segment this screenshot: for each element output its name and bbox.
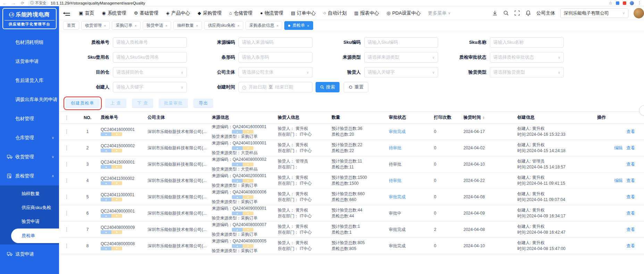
toolbar-button-下查[interactable]: 下 查 (132, 99, 153, 108)
download-icon[interactable] (492, 10, 498, 16)
topnav-item[interactable]: ● 物流管理 (256, 10, 287, 16)
filter-field-input[interactable]: 请选择目的仓 ∨ (113, 67, 187, 77)
filter-field-input[interactable]: 请输入质检单号 (113, 37, 187, 48)
bell-icon[interactable] (525, 10, 531, 16)
filter-field-input[interactable]: 请输入SkuSku曾用名 (113, 52, 187, 63)
sidebar-subitem-质检单[interactable]: 质检单 (11, 229, 59, 243)
reset-button[interactable]: 重置 (344, 82, 368, 92)
extension-icon[interactable] (623, 1, 626, 5)
end-date-placeholder[interactable]: 结束日期 (275, 84, 293, 90)
sidebar-subitem-抽样数量[interactable]: 抽样数量 (0, 187, 59, 201)
sidebar-item-仓库管理[interactable]: 仓库管理 ∨ (0, 128, 59, 147)
row-checkbox[interactable] (66, 194, 67, 199)
toolbar-button-导出[interactable]: 导出 (193, 99, 213, 108)
start-date-placeholder[interactable]: 开始日期 (249, 84, 267, 90)
browser-menu-icon[interactable]: ⋮ (637, 1, 641, 5)
topnav-item[interactable]: ▤ 订单中心 (287, 10, 319, 16)
sidebar-item-包材管理[interactable]: 包材管理 (0, 109, 59, 128)
tab-采购订单[interactable]: 采购订单 × (112, 21, 140, 30)
filter-field-input[interactable]: 请选择来源类型 ∨ (364, 52, 438, 63)
user-avatar[interactable] (634, 8, 644, 18)
sort-icon[interactable]: ▲▼ (482, 116, 485, 119)
filter-field-input[interactable]: 请输入关键字 ∨ (113, 82, 187, 92)
browser-back-icon[interactable]: ← (3, 1, 7, 6)
filter-field-input[interactable]: 请输入来源编码 (239, 37, 312, 48)
topnav-item[interactable]: ⌂ 仓储管理 (225, 10, 256, 16)
filter-field-input[interactable]: 请输入Sku名称 (490, 37, 564, 48)
close-icon[interactable]: × (196, 24, 198, 28)
row-action-查看[interactable]: 查看 (626, 194, 635, 200)
row-checkbox[interactable] (66, 146, 67, 150)
row-action-编辑[interactable]: 编辑 (614, 178, 623, 184)
sidebar-item-收货管理[interactable]: 收货管理 ∨ (0, 147, 59, 166)
tab-供应商sku免检[interactable]: 供应商sku免检 × (204, 21, 243, 30)
close-icon[interactable]: × (165, 24, 167, 28)
toolbar-button-上查[interactable]: 上 查 (105, 99, 126, 108)
topnav-item[interactable]: ⚙ 基础管理 (130, 10, 162, 16)
sidebar-subitem-验货申请[interactable]: 验货申请 (0, 215, 59, 229)
browser-forward-icon[interactable]: → (12, 1, 16, 6)
topnav-item[interactable]: ◎ PDA设置中心 (383, 10, 424, 16)
select-all-checkbox[interactable] (66, 115, 67, 120)
tab-首页[interactable]: 首页 (63, 21, 79, 30)
close-icon[interactable]: × (276, 24, 278, 28)
close-icon[interactable]: × (307, 24, 309, 28)
row-action-查看[interactable]: 查看 (626, 210, 635, 216)
close-icon[interactable]: × (104, 24, 106, 28)
url-text[interactable]: 10.1.11.29/#/storage/qualityManagement/w… (51, 1, 145, 5)
row-checkbox[interactable] (66, 227, 67, 232)
tab-收货管理[interactable]: 收货管理 × (81, 21, 110, 30)
filter-field-input[interactable]: 请选择公司主体 ∨ (239, 67, 312, 77)
tab-质检单[interactable]: 质检单 × (284, 21, 313, 30)
filter-field-input[interactable]: 请输入Sku编码 (364, 37, 438, 48)
tab-验货申请[interactable]: 验货申请 × (143, 21, 171, 30)
more-menu-button[interactable]: 更多菜单∨ (425, 10, 454, 16)
row-action-编辑[interactable]: 编辑 (614, 145, 623, 151)
row-checkbox[interactable] (66, 243, 67, 248)
approval-status[interactable]: 待审批 (389, 146, 401, 150)
close-icon[interactable]: × (237, 24, 239, 28)
filter-field-input[interactable]: 请选择验货类型 ∨ (490, 67, 564, 77)
date-range-input[interactable]: 开始日期 至 结束日期 (239, 82, 312, 92)
extension-icon[interactable] (616, 1, 619, 5)
browser-reload-icon[interactable]: ⟳ (21, 1, 24, 6)
search-icon[interactable] (503, 10, 509, 16)
browser-profile-avatar[interactable] (630, 1, 634, 5)
sidebar-item-包材消耗明细[interactable]: 包材消耗明细 (0, 33, 59, 52)
row-action-查看[interactable]: 查看 (626, 227, 635, 233)
row-checkbox[interactable] (66, 129, 67, 134)
topnav-item[interactable]: ◈ 产品中心 (162, 10, 194, 16)
topnav-item[interactable]: ▥ 报表中心 (350, 10, 383, 16)
toolbar-button-创建质检单[interactable]: 创建质检单 (66, 99, 100, 108)
fullscreen-icon[interactable] (514, 10, 520, 16)
row-action-查看[interactable]: 查看 (626, 129, 635, 135)
row-checkbox[interactable] (66, 178, 67, 183)
sidebar-item-送货申请[interactable]: 送货申请 (0, 244, 59, 264)
topnav-item[interactable]: ▣ 首页 (75, 10, 98, 16)
search-button[interactable]: 搜索 (316, 82, 340, 92)
close-icon[interactable]: × (134, 24, 136, 28)
filter-field-input[interactable]: 请输入条形码 (239, 52, 312, 63)
row-checkbox[interactable] (66, 211, 67, 216)
sidebar-item-调拨出库单关闭申请[interactable]: 调拨出库单关闭申请 (0, 90, 59, 109)
approval-status[interactable]: 审批完成 (389, 129, 405, 134)
sidebar-item-售后退货入库[interactable]: 售后退货入库 (0, 71, 59, 90)
topnav-item[interactable]: ○ 自动计划 (319, 10, 350, 16)
address-bar[interactable]: ⓘ不安全 10.1.11.29/#/storage/qualityManagem… (28, 0, 145, 6)
sidebar-item-送货单申请[interactable]: 送货单申请 (0, 52, 59, 71)
topnav-item[interactable]: ◆ 采购管理 (194, 10, 225, 16)
row-checkbox[interactable] (66, 162, 67, 167)
sidebar-item-质检管理[interactable]: 质检管理 ∧ (0, 166, 59, 185)
row-action-查看[interactable]: 查看 (626, 178, 635, 184)
sidebar-subitem-供应商sku免检[interactable]: 供应商sku免检 (0, 201, 59, 215)
approval-status[interactable]: 审批完成 (389, 194, 405, 199)
security-chip[interactable]: ⓘ不安全 (28, 0, 49, 6)
approval-status[interactable]: 待审批 (389, 178, 401, 183)
tab-采购条款信息[interactable]: 采购条款信息 × (245, 21, 282, 30)
collapse-menu-icon[interactable] (63, 11, 70, 16)
row-action-查看[interactable]: 查看 (626, 243, 635, 249)
row-action-查看[interactable]: 查看 (626, 161, 635, 167)
topnav-item[interactable]: ◉ 系统管理 (98, 10, 130, 16)
toolbar-button-批量审批[interactable]: 批量审批 (159, 99, 188, 108)
filter-field-input[interactable]: 请输入关键字 ∨ (364, 67, 438, 77)
